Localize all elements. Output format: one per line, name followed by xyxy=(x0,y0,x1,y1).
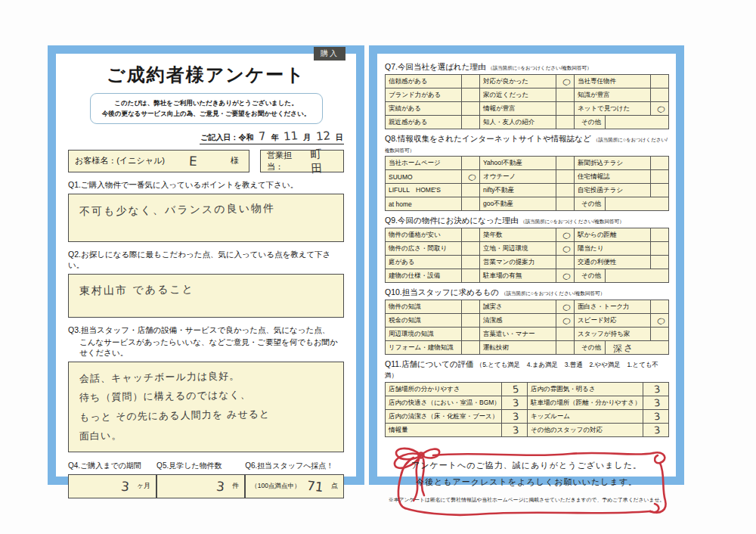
option-label: 交通の利便性 xyxy=(575,256,651,269)
option-check-cell xyxy=(462,197,480,211)
option-check-cell xyxy=(651,157,669,170)
option-check-cell: ○ xyxy=(651,314,669,328)
option-check-cell xyxy=(462,75,480,88)
circle-mark: ○ xyxy=(562,302,572,312)
option-check-cell xyxy=(556,328,575,341)
option-check-cell xyxy=(556,256,575,269)
option-label: 面白さ・トーク力 xyxy=(575,300,651,314)
q4-answer-box: 3 ヶ月 xyxy=(68,474,156,498)
other-option-cell: その他 xyxy=(575,116,669,129)
q5-unit: 件 xyxy=(232,481,239,491)
option-check-cell: ○ xyxy=(462,170,480,184)
q10-title: Q10.担当スタッフに求めるもの （該当箇所に○をおつけください/複数回答可） xyxy=(385,287,668,298)
table-row: 周辺環境の知識 言葉遣い・マナー スタッフが持ち家 xyxy=(386,328,669,341)
rating-label: 情報量 xyxy=(386,424,502,437)
date-day-value: 12 xyxy=(315,129,331,144)
rating-label: 店内の快適さ（におい・室温・BGM） xyxy=(386,396,502,410)
table-row: 実績がある 情報が豊富 ネットで見つけた ○ xyxy=(386,102,669,116)
option-check-cell xyxy=(556,341,575,355)
q8-table: 当社ホームページ Yahoo!不動産 新聞折込チラシ SUUMO ○ オウチーノ… xyxy=(385,156,669,211)
option-label: 家の近くだった xyxy=(480,88,556,102)
option-check-cell xyxy=(651,75,669,88)
option-label: 住宅情報誌 xyxy=(575,170,651,184)
rating-label: 駐車場の場所（距離・分かりやすさ） xyxy=(528,396,643,410)
q2-answer-box: 東村山市 であること xyxy=(68,274,344,318)
option-label: 駅からの距離 xyxy=(575,228,651,242)
other-label: その他 xyxy=(578,197,606,210)
option-check-cell xyxy=(462,228,480,242)
rating-label: 店舗場所の分かりやすさ xyxy=(386,383,502,396)
form-title: ご成約者様アンケート xyxy=(68,63,344,87)
option-label: 知識が豊富 xyxy=(575,88,651,102)
option-label: ブランド力がある xyxy=(386,88,462,102)
option-check-cell xyxy=(651,242,669,256)
option-check-cell xyxy=(651,228,669,242)
option-check-cell: ○ xyxy=(651,102,669,116)
rating-score: 3 xyxy=(513,411,520,423)
option-check-cell xyxy=(462,102,480,116)
option-label: 実績がある xyxy=(386,102,462,116)
q11-title-text: Q11.店舗についての評価 xyxy=(385,359,474,368)
sales-agent-field: 営業担当： 町田 xyxy=(260,150,344,172)
option-label: 物件の知識 xyxy=(386,300,462,314)
option-label: 物件の広さ・間取り xyxy=(386,242,462,256)
option-check-cell: ○ xyxy=(556,75,575,88)
option-label: 言葉遣い・マナー xyxy=(480,328,556,341)
option-check-cell: ○ xyxy=(556,242,575,256)
option-check-cell xyxy=(556,170,575,184)
date-year-unit: 年 xyxy=(271,133,279,141)
option-label: 自宅投函チラシ xyxy=(575,184,651,197)
q4-unit: ヶ月 xyxy=(137,481,150,491)
table-row: 物件の広さ・間取り 立地・周辺環境 ○ 陽当たり xyxy=(386,242,669,256)
entry-date-row: ご記入日：令和 7 年 11 月 12 日 xyxy=(68,129,344,144)
option-check-cell xyxy=(462,116,480,129)
customer-name-field: お客様名：(イニシャル) E 様 xyxy=(68,150,249,172)
table-row: 当社ホームページ Yahoo!不動産 新聞折込チラシ xyxy=(386,157,669,170)
q7-table: 信頼感がある 対応が良かった ○ 当社専任物件 ブランド力がある 家の近くだった… xyxy=(385,74,669,129)
sales-agent-label: 営業担当： xyxy=(267,150,305,172)
option-label: SUUMO xyxy=(386,170,462,184)
circle-mark: ○ xyxy=(467,172,477,182)
option-label: LIFULL HOME'S xyxy=(386,184,462,197)
option-check-cell xyxy=(462,256,480,269)
rating-score-cell: 3 xyxy=(643,410,669,424)
circle-mark: ○ xyxy=(656,104,666,114)
option-label: 運転技術 xyxy=(480,341,556,355)
q6-label: Q6.担当スタッフへ採点！ xyxy=(245,461,344,471)
table-row: 店舗場所の分かりやすさ 5 店内の雰囲気・明るさ 3 xyxy=(386,383,669,396)
table-row: 物件の知識 誠実さ ○ 面白さ・トーク力 xyxy=(386,300,669,314)
rating-score-cell: 3 xyxy=(502,410,528,424)
q3-answer-line: 面白い。 xyxy=(79,422,333,446)
q2-label: Q2.お探しになる際に最もこだわった点、気に入っている点を教えて下さい。 xyxy=(68,250,344,271)
option-label: 情報が豊富 xyxy=(480,102,556,116)
option-check-cell xyxy=(651,88,669,102)
option-check-cell xyxy=(556,157,575,170)
option-check-cell xyxy=(462,88,480,102)
option-check-cell xyxy=(556,184,575,197)
q9-title-text: Q9.今回の物件にお決めになった理由 xyxy=(385,216,518,225)
date-year-value: 7 xyxy=(259,129,267,143)
rating-score-cell: 3 xyxy=(643,424,669,437)
sales-agent-value: 町田 xyxy=(310,146,338,176)
q6-answer-box: （100点満点中） 71 点 xyxy=(245,474,344,498)
option-check-cell xyxy=(462,184,480,197)
table-row: LIFULL HOME'S nifty不動産 自宅投函チラシ xyxy=(386,184,669,197)
q7-note: （該当箇所に○をおつけください/複数回答可） xyxy=(488,65,591,70)
q9-note: （該当箇所に○をおつけください/複数回答可） xyxy=(520,219,624,224)
other-option-cell: その他 xyxy=(575,269,669,283)
rating-score-cell: 3 xyxy=(643,396,669,410)
option-label: 立地・周辺環境 xyxy=(480,242,556,256)
date-prefix: ご記入日：令和 xyxy=(200,133,253,141)
option-check-cell xyxy=(556,88,575,102)
rating-score: 3 xyxy=(654,397,662,409)
option-check-cell: ○ xyxy=(556,314,575,328)
option-label: オウチーノ xyxy=(480,170,556,184)
circle-mark: ○ xyxy=(562,230,572,241)
q8-title: Q8.情報収集をされたインターネットサイトや情報誌など （該当箇所に○をおつけく… xyxy=(385,134,668,154)
option-label: Yahoo!不動産 xyxy=(480,157,556,170)
rating-label: 店内の雰囲気・明るさ xyxy=(528,383,643,396)
anonymity-note: ※本アンケートは匿名にて弊社情報誌や当社ホームページに掲載させていただきますので… xyxy=(385,496,668,504)
rating-label: その他のスタッフの対応 xyxy=(528,424,643,437)
option-check-cell xyxy=(462,341,480,355)
table-row: リフォーム・建物知識 運転技術 その他深さ xyxy=(386,341,669,355)
